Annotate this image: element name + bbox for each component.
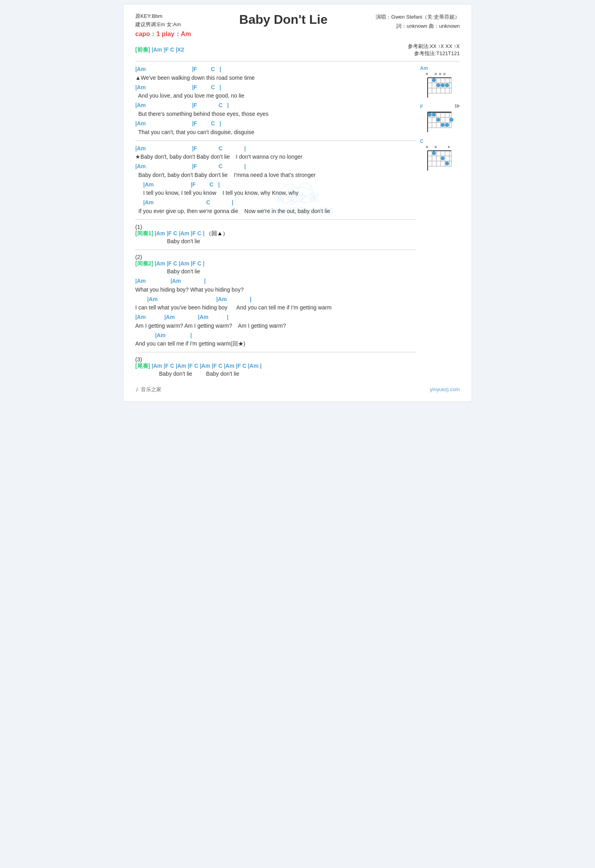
footer-right: yinyuezj.com [430, 386, 460, 392]
chorus-chord-1: |Am |F C | [135, 145, 416, 153]
svg-point-45 [432, 151, 436, 155]
divider-5 [135, 352, 416, 352]
f-fret-num: 1fr [455, 104, 460, 109]
song-title: Baby Don't Lie [191, 12, 376, 27]
verse1-chord-2: |Am |F C | [135, 84, 416, 92]
svg-point-14 [436, 83, 440, 87]
chorus-lyric-4: If you ever give up, then we're gonna di… [135, 207, 416, 215]
chorus-chord-3: |Am |F C | [135, 181, 416, 189]
outro-line: [尾奏] |Am |F C |Am |F C |Am |F C |Am |F C… [135, 363, 416, 370]
interlude1-paren: (1) [135, 224, 416, 230]
divider-4 [135, 250, 416, 250]
svg-point-31 [441, 123, 445, 127]
interlude2-label: [间奏2] [135, 260, 153, 267]
picking: 参考指法:T121T121 [408, 50, 460, 57]
verse2-lyric-2: I can tell what you've been hiding boy A… [135, 303, 416, 312]
divider-3 [135, 219, 416, 220]
interlude1-chords: |Am |F C |Am |F C | [155, 230, 206, 236]
strumming: 参考刷法:XX ↑X XX ↑X [408, 43, 460, 50]
intro-label: [前奏] [135, 46, 150, 53]
footer-left: ♪ 音乐之家 [135, 385, 161, 394]
key-suggestion: 建议男调:Em 女:Am [135, 21, 191, 29]
verse1-chord-3: |Am |F C | [135, 102, 416, 109]
svg-point-46 [441, 156, 445, 160]
verse2-lyric-3: Am I getting warm? Am I getting warm? Am… [135, 322, 416, 330]
chorus-chord-4: |Am C | [135, 199, 416, 207]
svg-point-32 [445, 123, 449, 127]
chorus-section: |Am |F C | ★Baby don't, baby don't Baby … [135, 145, 416, 215]
svg-point-28 [428, 113, 432, 117]
verse2-lyric-1: What you hiding boy? What you hiding boy… [135, 286, 416, 294]
am-grid [422, 76, 458, 98]
footer-left-text: 音乐之家 [141, 386, 161, 393]
interlude1-lyric: Baby don't lie [135, 237, 416, 246]
header: 原KEY:Bbm 建议男调:Em 女:Am capo：1 play：Am Bab… [135, 12, 460, 39]
capo-line: capo：1 play：Am [135, 29, 191, 39]
svg-point-13 [432, 78, 436, 82]
verse2-chord-1: |Am |Am | [135, 277, 416, 285]
chorus-lyric-1: ★Baby don't, baby don't Baby don't lie I… [135, 153, 416, 161]
interlude2-line: [间奏2] |Am |F C |Am |F C | [135, 260, 416, 267]
svg-point-30 [436, 118, 440, 122]
interlude1-section: (1) [间奏1] |Am |F C |Am |F C | （回▲） Baby … [135, 224, 416, 246]
chorus-lyric-2: Baby don't, baby don't Baby don't lie I'… [135, 171, 416, 179]
verse1-lyric-1: ▲We've been walking down this road some … [135, 74, 416, 82]
strumming-section: [前奏] |Am |F C |X2 参考刷法:XX ↑X XX ↑X 参考指法:… [135, 43, 460, 57]
footer: ♪ 音乐之家 yinyuezj.com [135, 383, 460, 394]
words-music: 詞：unknown 曲：unknown [376, 21, 460, 31]
verse1-lyric-3: But there's something behind those eyes,… [135, 110, 416, 118]
verse2-chord-4: |Am | [135, 332, 416, 340]
svg-point-15 [441, 83, 445, 87]
svg-point-33 [449, 118, 453, 122]
chorus-chord-2: |Am |F C | [135, 163, 416, 171]
outro-label: [尾奏] [135, 363, 150, 369]
verse1-chord-1: |Am |F C | [135, 65, 416, 73]
main-content: |Am |F C | ▲We've been walking down this… [135, 65, 460, 381]
header-left: 原KEY:Bbm 建议男调:Em 女:Am capo：1 play：Am [135, 12, 191, 39]
interlude2-paren: (2) [135, 254, 416, 260]
svg-point-16 [445, 83, 449, 87]
svg-point-29 [432, 113, 436, 117]
intro-line: [前奏] |Am |F C |X2 [135, 46, 184, 54]
am-diagram: Am o o o o [420, 65, 460, 99]
intro-chords: |Am |F C |X2 [152, 46, 184, 53]
song-content: |Am |F C | ▲We've been walking down this… [135, 65, 416, 381]
header-center: Baby Don't Lie [191, 12, 376, 28]
f-name: F [420, 104, 423, 109]
verse1-chord-4: |Am |F C | [135, 120, 416, 128]
verse1-lyric-4: That you can't, that you can't disguise,… [135, 128, 416, 136]
outro-paren: (3) [135, 356, 416, 363]
outro-lyric: Baby don't lie Baby don't lie [135, 370, 416, 378]
interlude1-label: [间奏1] [135, 230, 153, 236]
song-page: 音樂之家 YINYUEZI.COM 原KEY:Bbm 建议男调:Em 女:Am … [123, 4, 472, 402]
verse1-section: |Am |F C | ▲We've been walking down this… [135, 65, 416, 136]
c-label: C [420, 138, 460, 144]
interlude2-lyric: Baby don't lie [135, 267, 416, 276]
divider-1 [135, 61, 460, 61]
interlude2-section: (2) [间奏2] |Am |F C |Am |F C | Baby don't… [135, 254, 416, 348]
c-diagram: C o o x [420, 138, 460, 172]
interlude2-chords: |Am |F C |Am |F C | [155, 260, 204, 267]
f-diagram: F 1fr [420, 104, 460, 134]
verse1-lyric-2: And you love, and you love me good, no l… [135, 92, 416, 100]
guitar-diagrams: Am o o o o [420, 65, 460, 381]
footer-right-text: yinyuezj.com [430, 386, 460, 392]
c-open-strings: o o x [420, 145, 460, 149]
key-original: 原KEY:Bbm [135, 12, 191, 21]
outro-section: (3) [尾奏] |Am |F C |Am |F C |Am |F C |Am … [135, 356, 416, 378]
interlude1-line: [间奏1] |Am |F C |Am |F C | （回▲） [135, 230, 416, 237]
verse2-chord-3: |Am |Am |Am | [135, 313, 416, 321]
performer: 演唱：Gwen Stefani（关:史蒂芬妮） [376, 12, 460, 21]
f-label: F 1fr [420, 104, 460, 109]
header-right: 演唱：Gwen Stefani（关:史蒂芬妮） 詞：unknown 曲：unkn… [376, 12, 460, 31]
c-grid [422, 149, 458, 171]
strumming-right: 参考刷法:XX ↑X XX ↑X 参考指法:T121T121 [408, 43, 460, 57]
f-grid [422, 110, 458, 132]
divider-2 [135, 140, 416, 141]
verse2-lyric-4: And you can tell me if I'm getting warm(… [135, 340, 416, 348]
verse2-chord-2: |Am |Am | [135, 296, 416, 303]
footer-music-icon: ♪ [135, 385, 139, 394]
am-open-strings: o o o o [420, 72, 460, 76]
svg-point-47 [445, 161, 449, 165]
am-label: Am [420, 65, 460, 71]
